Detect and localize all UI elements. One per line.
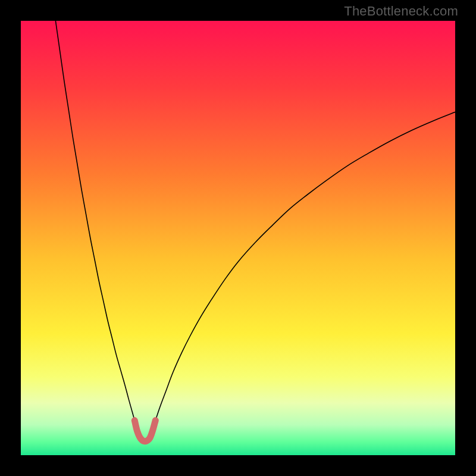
bottleneck-chart xyxy=(21,21,455,455)
watermark-text: TheBottleneck.com xyxy=(344,4,458,19)
plot-area xyxy=(21,21,455,455)
gradient-background xyxy=(21,21,455,455)
chart-frame: TheBottleneck.com xyxy=(0,0,476,476)
